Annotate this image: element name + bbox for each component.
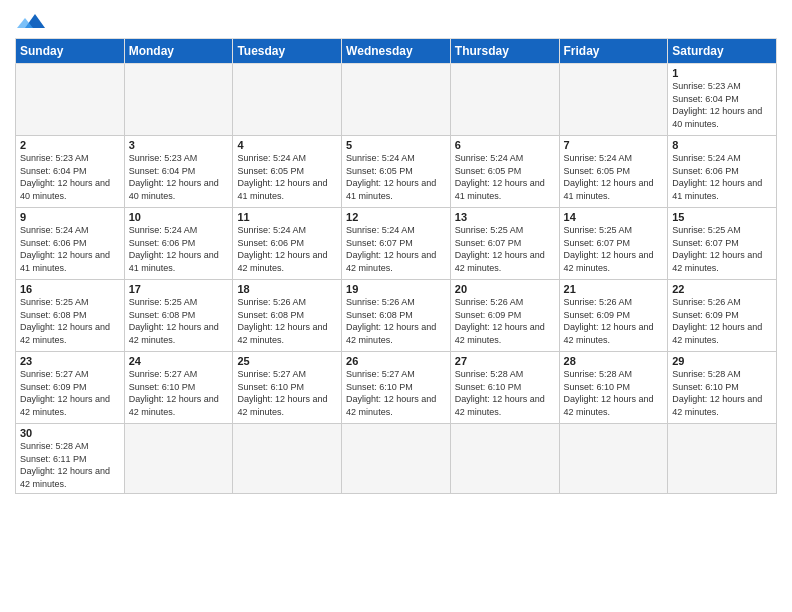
day-number: 28	[564, 355, 664, 367]
header	[15, 10, 777, 32]
day-number: 17	[129, 283, 229, 295]
day-number: 19	[346, 283, 446, 295]
day-info: Sunrise: 5:28 AM Sunset: 6:10 PM Dayligh…	[455, 368, 555, 418]
day-info: Sunrise: 5:24 AM Sunset: 6:05 PM Dayligh…	[455, 152, 555, 202]
day-info: Sunrise: 5:26 AM Sunset: 6:09 PM Dayligh…	[564, 296, 664, 346]
day-number: 8	[672, 139, 772, 151]
day-info: Sunrise: 5:24 AM Sunset: 6:05 PM Dayligh…	[564, 152, 664, 202]
day-info: Sunrise: 5:26 AM Sunset: 6:08 PM Dayligh…	[237, 296, 337, 346]
day-number: 6	[455, 139, 555, 151]
calendar-cell-5-3: 25Sunrise: 5:27 AM Sunset: 6:10 PM Dayli…	[233, 352, 342, 424]
calendar-cell-3-6: 14Sunrise: 5:25 AM Sunset: 6:07 PM Dayli…	[559, 208, 668, 280]
week-row-6: 30Sunrise: 5:28 AM Sunset: 6:11 PM Dayli…	[16, 424, 777, 494]
week-row-2: 2Sunrise: 5:23 AM Sunset: 6:04 PM Daylig…	[16, 136, 777, 208]
day-info: Sunrise: 5:26 AM Sunset: 6:09 PM Dayligh…	[672, 296, 772, 346]
calendar-cell-6-5	[450, 424, 559, 494]
calendar-cell-1-2	[124, 64, 233, 136]
day-number: 30	[20, 427, 120, 439]
day-number: 16	[20, 283, 120, 295]
day-info: Sunrise: 5:25 AM Sunset: 6:08 PM Dayligh…	[20, 296, 120, 346]
calendar-cell-3-4: 12Sunrise: 5:24 AM Sunset: 6:07 PM Dayli…	[342, 208, 451, 280]
day-header-tuesday: Tuesday	[233, 39, 342, 64]
calendar-cell-6-7	[668, 424, 777, 494]
calendar-table: SundayMondayTuesdayWednesdayThursdayFrid…	[15, 38, 777, 494]
day-info: Sunrise: 5:25 AM Sunset: 6:07 PM Dayligh…	[672, 224, 772, 274]
day-number: 12	[346, 211, 446, 223]
calendar-cell-2-3: 4Sunrise: 5:24 AM Sunset: 6:05 PM Daylig…	[233, 136, 342, 208]
day-info: Sunrise: 5:23 AM Sunset: 6:04 PM Dayligh…	[129, 152, 229, 202]
day-info: Sunrise: 5:23 AM Sunset: 6:04 PM Dayligh…	[20, 152, 120, 202]
calendar-cell-3-2: 10Sunrise: 5:24 AM Sunset: 6:06 PM Dayli…	[124, 208, 233, 280]
calendar-cell-6-3	[233, 424, 342, 494]
day-number: 1	[672, 67, 772, 79]
day-info: Sunrise: 5:24 AM Sunset: 6:06 PM Dayligh…	[20, 224, 120, 274]
calendar-cell-6-4	[342, 424, 451, 494]
calendar-cell-3-3: 11Sunrise: 5:24 AM Sunset: 6:06 PM Dayli…	[233, 208, 342, 280]
week-row-4: 16Sunrise: 5:25 AM Sunset: 6:08 PM Dayli…	[16, 280, 777, 352]
calendar-cell-3-7: 15Sunrise: 5:25 AM Sunset: 6:07 PM Dayli…	[668, 208, 777, 280]
logo-icon	[17, 10, 47, 32]
day-number: 7	[564, 139, 664, 151]
day-number: 2	[20, 139, 120, 151]
days-header-row: SundayMondayTuesdayWednesdayThursdayFrid…	[16, 39, 777, 64]
day-number: 27	[455, 355, 555, 367]
day-header-thursday: Thursday	[450, 39, 559, 64]
day-info: Sunrise: 5:24 AM Sunset: 6:06 PM Dayligh…	[129, 224, 229, 274]
day-number: 25	[237, 355, 337, 367]
calendar-cell-5-5: 27Sunrise: 5:28 AM Sunset: 6:10 PM Dayli…	[450, 352, 559, 424]
day-number: 13	[455, 211, 555, 223]
day-info: Sunrise: 5:27 AM Sunset: 6:10 PM Dayligh…	[237, 368, 337, 418]
day-info: Sunrise: 5:24 AM Sunset: 6:07 PM Dayligh…	[346, 224, 446, 274]
logo-area	[15, 10, 47, 32]
calendar-cell-6-6	[559, 424, 668, 494]
day-header-saturday: Saturday	[668, 39, 777, 64]
calendar-cell-5-1: 23Sunrise: 5:27 AM Sunset: 6:09 PM Dayli…	[16, 352, 125, 424]
day-number: 20	[455, 283, 555, 295]
calendar-cell-5-6: 28Sunrise: 5:28 AM Sunset: 6:10 PM Dayli…	[559, 352, 668, 424]
day-info: Sunrise: 5:27 AM Sunset: 6:09 PM Dayligh…	[20, 368, 120, 418]
calendar-cell-4-2: 17Sunrise: 5:25 AM Sunset: 6:08 PM Dayli…	[124, 280, 233, 352]
calendar-cell-4-1: 16Sunrise: 5:25 AM Sunset: 6:08 PM Dayli…	[16, 280, 125, 352]
day-info: Sunrise: 5:25 AM Sunset: 6:07 PM Dayligh…	[564, 224, 664, 274]
day-info: Sunrise: 5:28 AM Sunset: 6:11 PM Dayligh…	[20, 440, 120, 490]
calendar-cell-2-7: 8Sunrise: 5:24 AM Sunset: 6:06 PM Daylig…	[668, 136, 777, 208]
day-info: Sunrise: 5:25 AM Sunset: 6:08 PM Dayligh…	[129, 296, 229, 346]
day-header-sunday: Sunday	[16, 39, 125, 64]
calendar-cell-1-7: 1Sunrise: 5:23 AM Sunset: 6:04 PM Daylig…	[668, 64, 777, 136]
calendar-cell-2-2: 3Sunrise: 5:23 AM Sunset: 6:04 PM Daylig…	[124, 136, 233, 208]
calendar-cell-6-1: 30Sunrise: 5:28 AM Sunset: 6:11 PM Dayli…	[16, 424, 125, 494]
day-number: 15	[672, 211, 772, 223]
day-number: 24	[129, 355, 229, 367]
day-info: Sunrise: 5:27 AM Sunset: 6:10 PM Dayligh…	[129, 368, 229, 418]
day-info: Sunrise: 5:23 AM Sunset: 6:04 PM Dayligh…	[672, 80, 772, 130]
calendar-cell-1-4	[342, 64, 451, 136]
day-info: Sunrise: 5:24 AM Sunset: 6:06 PM Dayligh…	[237, 224, 337, 274]
calendar-cell-2-5: 6Sunrise: 5:24 AM Sunset: 6:05 PM Daylig…	[450, 136, 559, 208]
calendar-cell-3-5: 13Sunrise: 5:25 AM Sunset: 6:07 PM Dayli…	[450, 208, 559, 280]
calendar-cell-1-6	[559, 64, 668, 136]
calendar-cell-3-1: 9Sunrise: 5:24 AM Sunset: 6:06 PM Daylig…	[16, 208, 125, 280]
day-number: 29	[672, 355, 772, 367]
calendar-cell-1-1	[16, 64, 125, 136]
day-number: 23	[20, 355, 120, 367]
calendar-cell-5-2: 24Sunrise: 5:27 AM Sunset: 6:10 PM Dayli…	[124, 352, 233, 424]
day-info: Sunrise: 5:24 AM Sunset: 6:06 PM Dayligh…	[672, 152, 772, 202]
calendar-cell-2-6: 7Sunrise: 5:24 AM Sunset: 6:05 PM Daylig…	[559, 136, 668, 208]
day-number: 9	[20, 211, 120, 223]
day-info: Sunrise: 5:28 AM Sunset: 6:10 PM Dayligh…	[672, 368, 772, 418]
day-info: Sunrise: 5:24 AM Sunset: 6:05 PM Dayligh…	[237, 152, 337, 202]
day-header-monday: Monday	[124, 39, 233, 64]
calendar-cell-2-1: 2Sunrise: 5:23 AM Sunset: 6:04 PM Daylig…	[16, 136, 125, 208]
day-number: 10	[129, 211, 229, 223]
calendar-cell-4-4: 19Sunrise: 5:26 AM Sunset: 6:08 PM Dayli…	[342, 280, 451, 352]
calendar-cell-4-3: 18Sunrise: 5:26 AM Sunset: 6:08 PM Dayli…	[233, 280, 342, 352]
day-header-friday: Friday	[559, 39, 668, 64]
day-number: 21	[564, 283, 664, 295]
day-info: Sunrise: 5:27 AM Sunset: 6:10 PM Dayligh…	[346, 368, 446, 418]
day-info: Sunrise: 5:25 AM Sunset: 6:07 PM Dayligh…	[455, 224, 555, 274]
day-number: 14	[564, 211, 664, 223]
week-row-5: 23Sunrise: 5:27 AM Sunset: 6:09 PM Dayli…	[16, 352, 777, 424]
calendar-cell-6-2	[124, 424, 233, 494]
calendar-cell-1-5	[450, 64, 559, 136]
day-info: Sunrise: 5:26 AM Sunset: 6:08 PM Dayligh…	[346, 296, 446, 346]
